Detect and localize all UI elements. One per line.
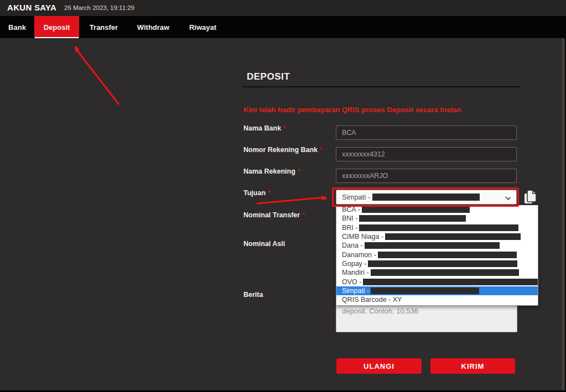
label-nomor-rekening-bank: Nomor Rekening Bank*: [243, 146, 323, 154]
tab-label: Withdraw: [137, 23, 169, 32]
label-text: Nomor Rekening Bank: [243, 146, 318, 154]
arrow-to-tujuan-select: [257, 197, 325, 203]
top-bar: AKUN SAYA 26 March 2023, 19:11:29: [0, 0, 566, 16]
redaction-bar: [385, 233, 521, 240]
dropdown-option-label: OVO -: [342, 278, 361, 286]
tab-label: Bank: [8, 23, 26, 32]
dropdown-option[interactable]: Simpati -: [336, 286, 538, 295]
tujuan-dropdown-list: BCA - BNI - BRI - CIMB Niaga - Dana -: [336, 205, 538, 306]
label-nama-bank: Nama Bank*: [243, 124, 286, 132]
title-divider: [242, 86, 521, 87]
required-asterisk: *: [283, 124, 286, 132]
berita-hint-text: deposit. Contoh: 10,536: [342, 307, 418, 315]
dropdown-option[interactable]: CIMB Niaga -: [336, 232, 538, 241]
label-nominal-transfer: Nominal Transfer*: [243, 211, 305, 219]
redaction-bar: [362, 206, 470, 213]
datetime-label: 26 March 2023, 19:11:29: [64, 4, 134, 11]
tab-label: Transfer: [90, 23, 118, 32]
nav-bar: Bank Deposit Transfer Withdraw Riwayat: [0, 16, 566, 38]
redaction-bar: [378, 252, 517, 258]
required-asterisk: *: [320, 146, 323, 154]
tab-withdraw[interactable]: Withdraw: [128, 16, 178, 38]
dropdown-option-label: BNI -: [342, 215, 357, 222]
redaction-bar: [371, 269, 519, 276]
kirim-button[interactable]: KIRIM: [430, 358, 515, 374]
dropdown-option[interactable]: OVO -: [336, 277, 538, 286]
tab-label: Deposit: [44, 23, 70, 32]
dropdown-option-label: BRI -: [342, 224, 357, 232]
redaction-bar: [371, 288, 479, 294]
required-asterisk: *: [268, 189, 271, 197]
dropdown-option-label: QRIS Barcode - XY: [342, 296, 402, 304]
dropdown-option[interactable]: Danamon -: [336, 250, 538, 259]
dropdown-option[interactable]: BRI -: [336, 223, 538, 232]
redaction-bar: [363, 279, 538, 285]
dropdown-option-label: Danamon -: [342, 251, 376, 259]
tujuan-select[interactable]: Simpati -: [336, 190, 517, 205]
tab-bank[interactable]: Bank: [0, 16, 34, 38]
redaction-bar: [359, 224, 518, 231]
dropdown-option[interactable]: Dana -: [336, 241, 538, 250]
label-tujuan: Tujuan*: [243, 189, 271, 197]
dropdown-option[interactable]: BNI -: [336, 214, 538, 223]
app-window: AKUN SAYA 26 March 2023, 19:11:29 Bank D…: [0, 0, 566, 392]
tab-transfer[interactable]: Transfer: [79, 16, 128, 38]
label-text: Nominal Transfer: [243, 211, 300, 219]
dropdown-option-label: Simpati -: [342, 287, 369, 295]
label-text: Nama Rekening: [243, 168, 295, 175]
app-title: AKUN SAYA: [7, 3, 56, 12]
required-asterisk: *: [298, 168, 300, 175]
dropdown-option[interactable]: Gopay -: [336, 259, 538, 268]
dropdown-option[interactable]: Mandiri -: [336, 268, 538, 277]
label-nama-rekening: Nama Rekening*: [243, 168, 300, 175]
label-text: Nama Bank: [243, 124, 281, 132]
page-title: DEPOSIT: [247, 71, 290, 82]
tab-riwayat[interactable]: Riwayat: [178, 16, 227, 38]
tab-deposit[interactable]: Deposit: [34, 16, 79, 38]
label-berita: Berita: [243, 291, 263, 299]
dropdown-option-label: Dana -: [342, 242, 363, 249]
redaction-bar: [365, 242, 500, 249]
tab-label: Riwayat: [189, 23, 216, 32]
scrollbar[interactable]: [562, 38, 566, 392]
ulangi-button[interactable]: ULANGI: [336, 358, 422, 374]
dropdown-option[interactable]: BCA -: [336, 205, 538, 214]
label-text: Tujuan: [243, 189, 266, 197]
dropdown-option-label: BCA -: [342, 206, 360, 213]
redaction-bar: [372, 194, 480, 201]
dropdown-option-label: CIMB Niaga -: [342, 233, 383, 241]
dropdown-option[interactable]: QRIS Barcode - XY: [336, 295, 538, 304]
qris-notice-text: Kini telah hadir pembayaran QRIS proses …: [243, 106, 509, 114]
tujuan-selected-value: Simpati -: [342, 193, 370, 201]
nama-bank-input[interactable]: [336, 126, 517, 140]
copy-icon[interactable]: [523, 189, 538, 206]
chevron-down-icon: [505, 195, 511, 200]
dropdown-option-label: Mandiri -: [342, 269, 369, 276]
redaction-bar: [368, 260, 517, 267]
dropdown-option-label: Gopay -: [342, 260, 366, 268]
nama-rekening-input[interactable]: [336, 169, 517, 183]
nomor-rekening-bank-input[interactable]: [336, 147, 517, 161]
redaction-bar: [359, 215, 466, 222]
label-text: Nominal Asli: [243, 240, 285, 248]
required-asterisk: *: [302, 211, 305, 219]
label-text: Berita: [243, 291, 263, 299]
label-nominal-asli: Nominal Asli: [243, 240, 285, 248]
arrow-to-deposit-tab: [75, 48, 119, 104]
active-tab-underline: [35, 37, 79, 38]
